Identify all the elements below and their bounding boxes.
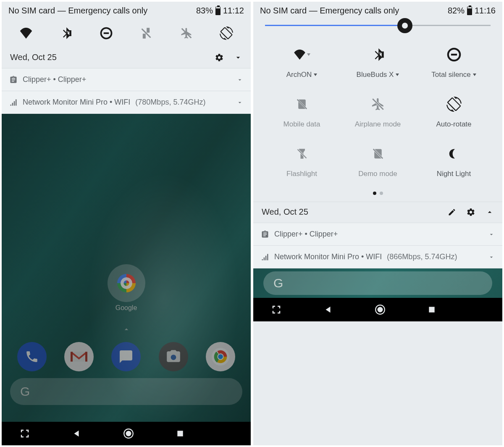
settings-icon[interactable] — [215, 53, 224, 62]
qs-wifi[interactable]: ArchON — [266, 46, 338, 79]
signal-icon — [261, 253, 269, 261]
chevron-down-icon — [236, 76, 243, 83]
gmail-icon[interactable] — [64, 342, 94, 371]
signal-icon — [9, 98, 18, 107]
date-row: Wed, Oct 25 — [253, 202, 502, 223]
svg-point-27 — [377, 307, 383, 313]
page-indicator — [253, 187, 502, 202]
qs-nightlight-label: Night Light — [437, 170, 471, 178]
notification-clipper[interactable]: Clipper+ • Clipper+ — [2, 68, 251, 91]
nav-recents-icon[interactable] — [174, 427, 186, 440]
nav-spacer — [226, 427, 234, 440]
mobile-data-off-icon — [294, 96, 310, 113]
nav-home-icon[interactable] — [122, 427, 135, 440]
qs-demo-label: Demo mode — [358, 170, 397, 178]
airplane-off-icon[interactable] — [178, 25, 195, 42]
status-battery-pct: 83% — [196, 6, 213, 16]
qs-rotate[interactable]: Auto-rotate — [418, 96, 490, 129]
demo-off-icon — [370, 145, 386, 162]
dnd-icon — [446, 46, 462, 63]
page-dot-active — [373, 192, 376, 195]
status-bar: No SIM card — Emergency calls only 82% 1… — [253, 2, 502, 19]
wifi-icon — [294, 46, 310, 63]
status-bar: No SIM card — Emergency calls only 83% 1… — [2, 2, 251, 19]
notification-network[interactable]: Network Monitor Mini Pro • WIFI (780Mbps… — [2, 91, 251, 114]
search-hint: G — [20, 384, 30, 399]
qs-wifi-label: ArchON — [286, 71, 312, 79]
battery-icon — [467, 7, 472, 15]
qs-airplane-label: Airplane mode — [355, 120, 401, 129]
svg-rect-2 — [104, 32, 109, 34]
nav-back-icon[interactable] — [70, 427, 83, 440]
quick-settings-grid: ArchON BlueBuds X Total silence Mobile d… — [253, 29, 502, 187]
svg-point-12 — [126, 431, 131, 436]
svg-rect-28 — [429, 307, 434, 312]
svg-rect-6 — [85, 352, 87, 361]
qs-rotate-label: Auto-rotate — [436, 120, 471, 129]
quick-settings-row — [2, 19, 251, 47]
svg-rect-14 — [381, 52, 383, 58]
notification-network[interactable]: Network Monitor Mini Pro • WIFI (866Mbps… — [253, 246, 502, 268]
date-text: Wed, Oct 25 — [262, 207, 308, 217]
search-hint: G — [273, 276, 283, 290]
app-drawer-handle[interactable] — [121, 325, 132, 334]
notification-detail: (780Mbps, 5.74GHz) — [135, 98, 205, 107]
svg-rect-5 — [71, 352, 73, 361]
svg-point-9 — [217, 353, 223, 360]
phone-screenshot-right: No SIM card — Emergency calls only 82% 1… — [253, 2, 502, 445]
nav-bar — [253, 298, 502, 321]
nav-fullscreen-icon[interactable] — [270, 303, 283, 316]
chrome-icon[interactable] — [206, 342, 235, 371]
phone-screenshot-left: No SIM card — Emergency calls only 83% 1… — [2, 2, 251, 445]
camera-icon[interactable] — [159, 342, 188, 371]
qs-dnd-label: Total silence — [431, 71, 471, 79]
qs-airplane[interactable]: Airplane mode — [342, 96, 414, 129]
nav-back-icon[interactable] — [322, 303, 334, 316]
svg-rect-16 — [451, 54, 457, 55]
nav-fullscreen-icon[interactable] — [18, 427, 31, 440]
brightness-slider[interactable] — [253, 19, 502, 29]
nav-recents-icon[interactable] — [425, 303, 438, 316]
qs-flashlight[interactable]: Flashlight — [266, 145, 338, 178]
bluetooth-icon[interactable] — [58, 25, 74, 42]
google-search-bar[interactable]: G — [10, 378, 242, 405]
dnd-icon[interactable] — [98, 25, 115, 42]
notification-title: Clipper+ • Clipper+ — [274, 230, 338, 239]
nav-spacer — [477, 303, 486, 316]
qs-bluetooth[interactable]: BlueBuds X — [342, 46, 414, 79]
wifi-icon[interactable] — [18, 25, 34, 42]
qs-dnd[interactable]: Total silence — [418, 46, 490, 79]
bluetooth-icon — [370, 46, 386, 63]
chevron-down-icon — [488, 254, 495, 260]
nav-bar — [2, 422, 251, 445]
phone-app-icon[interactable] — [17, 342, 47, 371]
svg-point-8 — [212, 348, 229, 365]
google-search-bar[interactable]: G — [263, 271, 492, 295]
settings-icon[interactable] — [466, 208, 475, 217]
qs-mobile-label: Mobile data — [284, 120, 320, 129]
status-time: 11:16 — [475, 6, 496, 16]
chevron-down-icon — [488, 231, 495, 238]
edit-icon[interactable] — [448, 208, 456, 216]
date-text: Wed, Oct 25 — [10, 53, 57, 62]
auto-rotate-icon[interactable] — [218, 25, 235, 42]
mobile-data-off-icon[interactable] — [138, 25, 155, 42]
clipboard-icon — [9, 76, 18, 84]
google-folder[interactable] — [108, 264, 145, 302]
messages-icon[interactable] — [111, 342, 141, 371]
svg-point-7 — [171, 355, 176, 360]
notification-title: Network Monitor Mini Pro • WIFI — [274, 252, 382, 261]
notification-title: Clipper+ • Clipper+ — [23, 75, 86, 84]
nav-home-icon[interactable] — [374, 303, 386, 316]
status-sim-text: No SIM card — Emergency calls only — [260, 6, 399, 16]
notification-clipper[interactable]: Clipper+ • Clipper+ — [253, 223, 502, 246]
brightness-thumb-icon[interactable] — [397, 18, 412, 33]
date-row: Wed, Oct 25 — [2, 47, 251, 68]
collapse-icon[interactable] — [486, 208, 494, 216]
qs-nightlight[interactable]: Night Light — [418, 145, 490, 178]
qs-demo[interactable]: Demo mode — [342, 145, 414, 178]
qs-mobile-data[interactable]: Mobile data — [266, 96, 338, 129]
status-time: 11:12 — [223, 6, 244, 16]
qs-flashlight-label: Flashlight — [286, 170, 317, 178]
expand-icon[interactable] — [234, 53, 242, 62]
